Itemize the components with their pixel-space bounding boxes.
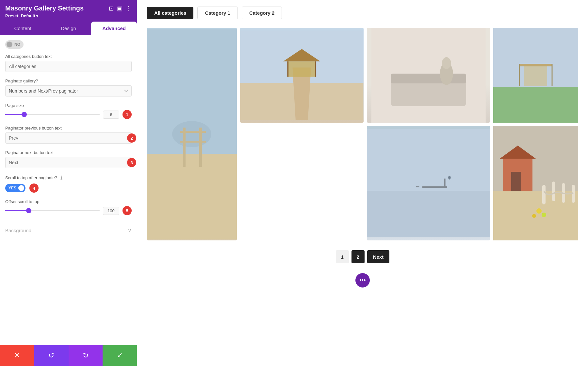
svg-rect-5	[180, 131, 206, 133]
expand-icon[interactable]: ⊡	[109, 5, 114, 12]
svg-point-2	[172, 121, 211, 147]
svg-rect-31	[416, 186, 419, 187]
cancel-button[interactable]: ✕	[0, 345, 34, 366]
filter-category1[interactable]: Category 1	[197, 7, 238, 19]
toggle-yes-knob	[18, 185, 24, 191]
toggle-knob	[7, 42, 12, 47]
gallery-image-6[interactable]	[493, 126, 578, 240]
svg-rect-39	[552, 182, 555, 201]
main-content: All categories Category 1 Category 2	[137, 0, 588, 366]
svg-rect-30	[444, 179, 445, 188]
split-icon[interactable]: ▣	[117, 5, 122, 12]
tab-design[interactable]: Design	[46, 22, 91, 35]
page-2-button[interactable]: 2	[351, 250, 365, 263]
offset-slider-row: 5	[5, 206, 132, 215]
pagination-row: 1 2 Next	[147, 250, 578, 263]
paginate-group: Paginate gallery? Numbers and Next/Prev …	[5, 78, 132, 96]
badge-2: 2	[127, 133, 136, 143]
page-size-value[interactable]	[103, 111, 119, 119]
badge-4: 4	[29, 183, 39, 193]
svg-point-44	[542, 213, 546, 217]
preset-arrow: ▾	[36, 14, 38, 18]
background-label: Background	[5, 228, 31, 233]
info-icon: ℹ	[60, 175, 62, 181]
gallery-image-3-svg	[367, 28, 490, 123]
toggle-yes[interactable]: YES	[5, 184, 25, 192]
svg-rect-6	[180, 141, 206, 143]
tab-content[interactable]: Content	[0, 22, 46, 35]
sidebar-content: NO All categories button text Paginate g…	[0, 35, 137, 345]
gallery-image-2-svg	[240, 28, 364, 123]
background-section: Background ∨	[5, 222, 132, 234]
badge-3: 3	[127, 158, 136, 167]
badge-1: 1	[122, 110, 132, 119]
page-size-group: Page size 1	[5, 103, 132, 119]
offset-value[interactable]	[103, 207, 119, 215]
undo-button[interactable]: ↺	[34, 345, 69, 366]
gallery-image-6-svg	[493, 126, 578, 240]
sidebar-title: Masonry Gallery Settings	[5, 5, 84, 12]
sidebar-header: Masonry Gallery Settings ⊡ ▣ ⋮ Preset: D…	[0, 0, 137, 22]
next-button-input[interactable]	[5, 157, 132, 168]
gallery-image-1-svg	[147, 28, 237, 240]
filter-bar: All categories Category 1 Category 2	[147, 7, 578, 19]
next-page-button[interactable]: Next	[367, 250, 390, 263]
gallery-image-2[interactable]	[240, 28, 364, 123]
sidebar-tabs: Content Design Advanced	[0, 22, 137, 35]
filter-all-categories[interactable]: All categories	[147, 7, 193, 19]
options-dots-button[interactable]: •••	[355, 273, 370, 288]
page-size-label: Page size	[5, 103, 132, 108]
svg-rect-22	[519, 64, 552, 66]
offset-group: Offset scroll to top 5	[5, 199, 132, 215]
more-icon[interactable]: ⋮	[126, 5, 132, 12]
prev-button-input[interactable]	[5, 132, 132, 144]
scroll-group: Scroll to top after paginate? ℹ YES 4	[5, 175, 132, 193]
all-categories-input[interactable]	[5, 61, 132, 72]
prev-button-label: Paginator previous button text	[5, 126, 132, 131]
offset-label: Offset scroll to top	[5, 199, 132, 204]
offset-thumb[interactable]	[26, 208, 31, 213]
paginate-select[interactable]: Numbers and Next/Prev paginator	[5, 85, 132, 96]
offset-track[interactable]	[5, 210, 100, 211]
gallery-grid	[147, 28, 578, 240]
svg-rect-17	[391, 74, 466, 83]
svg-rect-10	[288, 61, 316, 77]
background-header[interactable]: Background ∨	[5, 227, 132, 234]
gallery-image-4-svg	[493, 28, 578, 123]
svg-point-42	[536, 208, 542, 214]
sidebar-actions: ✕ ↺ ↻ ✓	[0, 345, 137, 366]
svg-point-43	[532, 214, 536, 218]
gallery-image-4[interactable]	[493, 28, 578, 123]
svg-rect-21	[493, 87, 578, 123]
svg-rect-38	[542, 185, 546, 204]
page-size-thumb[interactable]	[22, 112, 27, 117]
scroll-label: Scroll to top after paginate?	[5, 175, 57, 180]
sidebar-preset[interactable]: Preset: Default ▾	[5, 13, 132, 18]
svg-rect-4	[199, 128, 202, 167]
svg-rect-23	[524, 66, 547, 86]
page-1-button[interactable]: 1	[336, 250, 349, 263]
tab-advanced[interactable]: Advanced	[91, 22, 137, 35]
sidebar-title-icons: ⊡ ▣ ⋮	[109, 5, 132, 12]
svg-rect-1	[147, 154, 237, 239]
toggle-no[interactable]: NO	[5, 40, 24, 49]
prev-button-group: Paginator previous button text 2	[5, 126, 132, 144]
svg-point-19	[442, 57, 451, 69]
page-size-track[interactable]	[5, 114, 100, 115]
sidebar: Masonry Gallery Settings ⊡ ▣ ⋮ Preset: D…	[0, 0, 137, 366]
badge-5: 5	[122, 206, 132, 215]
offset-fill	[5, 210, 29, 211]
svg-rect-3	[183, 128, 186, 167]
next-button-label: Paginator next button text	[5, 150, 132, 155]
gallery-image-1[interactable]	[147, 28, 237, 240]
next-button-group: Paginator next button text 3	[5, 150, 132, 168]
svg-rect-29	[422, 186, 447, 188]
gallery-image-5[interactable]	[367, 126, 490, 240]
svg-rect-37	[511, 172, 521, 191]
redo-button[interactable]: ↻	[69, 345, 103, 366]
save-button[interactable]: ✓	[103, 345, 137, 366]
gallery-image-3[interactable]	[367, 28, 490, 123]
svg-rect-27	[367, 191, 490, 237]
filter-category2[interactable]: Category 2	[242, 7, 282, 19]
svg-point-32	[448, 176, 451, 179]
